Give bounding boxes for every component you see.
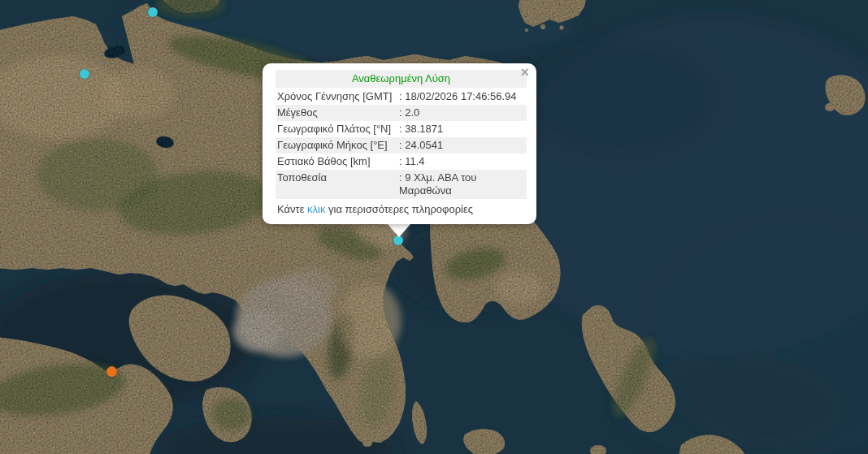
table-row: Τοποθεσία : 9 Χλμ. ΑΒΑ του Μαραθώνα: [276, 170, 527, 199]
row-label: Γεωγραφικό Πλάτος [°N]: [276, 122, 399, 136]
row-value: : 11.4: [399, 154, 527, 169]
earthquake-info-popup: × Αναθεωρημένη Λύση Χρόνος Γέννησης [GMT…: [263, 63, 536, 224]
popup-footer: Κάντε κλικ για περισσότερες πληροφορίες: [276, 203, 527, 216]
row-label: Χρόνος Γέννησης [GMT]: [276, 89, 399, 104]
row-value: : 38.1871: [399, 122, 527, 136]
table-row: Εστιακό Βάθος [km] : 11.4: [276, 153, 527, 170]
row-label: Τοποθεσία: [276, 171, 399, 198]
row-label: Εστιακό Βάθος [km]: [276, 154, 399, 169]
footer-text: Κάντε: [277, 203, 307, 215]
event-detail-table: Αναθεωρημένη Λύση Χρόνος Γέννησης [GMT] …: [276, 70, 527, 199]
table-row: Γεωγραφικό Πλάτος [°N] : 38.1871: [276, 121, 527, 137]
earthquake-marker-recent-event[interactable]: [148, 7, 158, 17]
row-label: Μέγεθος: [276, 106, 399, 120]
seismicity-map-app: × Αναθεωρημένη Λύση Χρόνος Γέννησης [GMT…: [0, 0, 868, 454]
row-label: Γεωγραφικό Μήκος [°E]: [276, 138, 399, 153]
popup-tail: [388, 224, 410, 237]
row-value: : 18/02/2026 17:46:56.94: [399, 89, 527, 104]
table-row: Γεωγραφικό Μήκος [°E] : 24.0541: [276, 137, 527, 153]
popup-title: Αναθεωρημένη Λύση: [276, 70, 527, 88]
table-row: Χρόνος Γέννησης [GMT] : 18/02/2026 17:46…: [276, 89, 527, 105]
earthquake-marker-recent-event[interactable]: [80, 69, 89, 79]
footer-text: για περισσότερες πληροφορίες: [325, 203, 473, 215]
row-value: : 9 Χλμ. ΑΒΑ του Μαραθώνα: [399, 171, 527, 198]
earthquake-marker-older-event[interactable]: [106, 366, 117, 377]
row-value: : 24.0541: [399, 138, 527, 153]
row-value: : 2.0: [399, 106, 527, 120]
close-icon[interactable]: ×: [520, 65, 529, 80]
table-row: Μέγεθος : 2.0: [276, 105, 527, 121]
more-info-link[interactable]: κλικ: [307, 203, 325, 215]
